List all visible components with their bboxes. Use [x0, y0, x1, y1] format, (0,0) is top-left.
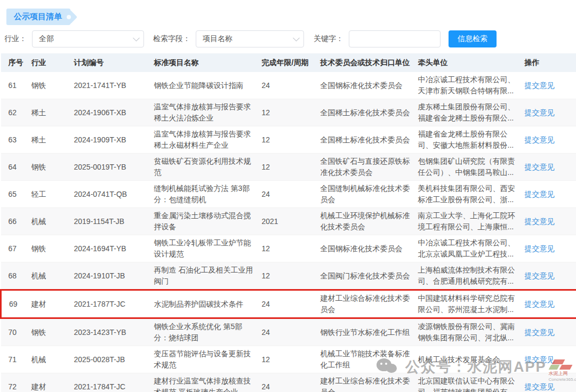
row-committee: 机械工业环境保护机械标准化技术委员会: [317, 208, 415, 235]
row-lead-unit: 包钢集团矿山研究院（有限责任公司）、中钢集团马鞍山...: [415, 154, 522, 181]
page-title: 公示项目清单: [14, 12, 62, 21]
table-row: 72 建材 2021-1784T-JC 建材行业温室气体排放核查技术规范 平板玻…: [1, 373, 576, 392]
row-committee: 建材工业综合标准化技术委员会: [317, 373, 415, 392]
filter-bar: 行业： 全部 检索字段： 项目名称 关键字： 信息检索: [4, 30, 572, 47]
row-lead-unit: 中国建筑材料科学研究总院有限公司、苏州混凝土水泥制...: [415, 290, 522, 318]
row-number: 65: [1, 181, 28, 208]
row-industry: 机械: [28, 208, 71, 235]
row-plan-number: 2024-1910T-JB: [71, 262, 151, 290]
industry-label: 行业：: [4, 34, 27, 44]
row-industry: 轻工: [28, 181, 71, 208]
tab-public-project-list[interactable]: 公示项目清单: [6, 9, 70, 25]
column-header-operation: 操作: [522, 53, 576, 72]
keyword-label: 关键字：: [314, 34, 343, 44]
row-lead-unit: 虔东稀土集团股份有限公司、福建省金龙稀土股份有限公...: [415, 99, 522, 126]
row-project-name: 钢铁企业节能降碳设计指南: [151, 72, 259, 99]
submit-opinion-link[interactable]: 提交意见: [525, 382, 555, 391]
row-industry: 建材: [28, 373, 71, 392]
search-field-select-value: 项目名称: [203, 34, 233, 44]
column-header-project-name: 标准项目名称: [151, 53, 259, 72]
column-header-industry: 行业: [28, 53, 71, 72]
row-period: 12: [259, 126, 317, 154]
row-lead-unit: 南京工业大学、上海化工院环境工程有限公司、上海康恒...: [415, 208, 522, 235]
row-period: 24: [259, 72, 317, 99]
submit-opinion-link[interactable]: 提交意见: [525, 163, 555, 171]
row-plan-number: 2024-0741T-QB: [71, 181, 151, 208]
table-row: 61 钢铁 2021-1741T-YB 钢铁企业节能降碳设计指南 24 全国钢标…: [1, 72, 576, 99]
submit-opinion-link[interactable]: 提交意见: [525, 300, 555, 308]
table-row: 64 钢铁 2025-0019T-YB 贫磁铁矿石资源化利用技术规范 12 全国…: [1, 154, 576, 181]
row-number: 67: [1, 235, 28, 262]
table-row: 70 钢铁 2023-1423T-YB 钢铁企业水系统优化 第5部分：烧结球团 …: [1, 318, 576, 346]
row-plan-number: 2025-0028T-JB: [71, 346, 151, 373]
row-committee: 全国阀门标准化技术委员会: [317, 262, 415, 290]
row-committee: 全国稀土标准化技术委员会: [317, 99, 415, 126]
search-field-select[interactable]: 项目名称: [196, 30, 304, 47]
row-number: 62: [1, 99, 28, 126]
column-header-period: 完成年限/周期: [259, 53, 317, 72]
industry-select[interactable]: 全部: [32, 30, 144, 47]
row-plan-number: 2019-1154T-JB: [71, 208, 151, 235]
table-row: 63 稀土 2024-1909T-XB 温室气体排放核算与报告要求 稀土永磁材料…: [1, 126, 576, 154]
row-lead-unit: 美机科技集团有限公司、西安标准工业股份有限公司、浙...: [415, 181, 522, 208]
row-project-name: 温室气体排放核算与报告要求 稀土永磁材料生产企业: [151, 126, 259, 154]
table-row: 65 轻工 2024-0741T-QB 缝制机械能耗试验方法 第3部分：包缝缝纫…: [1, 181, 576, 208]
row-period: 12: [259, 262, 317, 290]
row-industry: 稀土: [28, 99, 71, 126]
column-header-committee: 技术委员会或技术归口单位: [317, 53, 415, 72]
submit-opinion-link[interactable]: 提交意见: [525, 190, 555, 198]
submit-opinion-link[interactable]: 提交意见: [525, 355, 555, 364]
row-industry: 钢铁: [28, 72, 71, 99]
industry-select-value: 全部: [39, 34, 54, 44]
keyword-input[interactable]: [349, 30, 441, 47]
table-row: 71 机械 2025-0028T-JB 变压器节能评估与设备更新技术规范 12 …: [1, 346, 576, 373]
table-row: 67 钢铁 2024-1694T-YB 钢铁工业冷轧板带工业炉节能设计规范 12…: [1, 235, 576, 262]
submit-opinion-link[interactable]: 提交意见: [525, 81, 555, 90]
row-project-name: 水泥制品养护固碳技术条件: [151, 290, 259, 318]
submit-opinion-link[interactable]: 提交意见: [525, 271, 555, 280]
table-row: 69 建材 2021-1787T-JC 水泥制品养护固碳技术条件 24 建材工业…: [1, 290, 576, 318]
row-project-name: 温室气体排放核算与报告要求 稀土火法冶炼企业: [151, 99, 259, 126]
row-industry: 机械: [28, 262, 71, 290]
submit-opinion-link[interactable]: 提交意见: [525, 328, 555, 337]
table-row: 66 机械 2019-1154T-JB 重金属污染土壤移动式混合搅拌设备 202…: [1, 208, 576, 235]
row-committee: 全国钢标准化技术委员会: [317, 235, 415, 262]
chevron-down-icon: [293, 35, 300, 42]
submit-opinion-link[interactable]: 提交意见: [525, 108, 555, 117]
row-number: 66: [1, 208, 28, 235]
row-lead-unit: 上海柏威流体控制技术有限公司、合肥通用机械研究院有...: [415, 262, 522, 290]
row-period: 24: [259, 181, 317, 208]
info-search-button[interactable]: 信息检索: [449, 30, 497, 47]
table-row: 62 稀土 2024-1906T-XB 温室气体排放核算与报告要求 稀土火法冶炼…: [1, 99, 576, 126]
column-header-lead-unit: 牵头单位: [415, 53, 522, 72]
row-plan-number: 2024-1694T-YB: [71, 235, 151, 262]
column-header-no: 序号: [1, 53, 28, 72]
row-committee: 全国稀土标准化技术委员会: [317, 126, 415, 154]
row-period: 24: [259, 290, 317, 318]
row-number: 70: [1, 318, 28, 346]
row-number: 64: [1, 154, 28, 181]
row-project-name: 重金属污染土壤移动式混合搅拌设备: [151, 208, 259, 235]
table-header-row: 序号 行业 计划编号 标准项目名称 完成年限/周期 技术委员会或技术归口单位 牵…: [1, 53, 576, 72]
row-project-name: 再制造 石油化工及相关工业用阀门: [151, 262, 259, 290]
row-plan-number: 2021-1787T-JC: [71, 290, 151, 318]
submit-opinion-link[interactable]: 提交意见: [525, 217, 555, 226]
row-period: 2021: [259, 208, 317, 235]
row-plan-number: 2023-1423T-YB: [71, 318, 151, 346]
row-number: 68: [1, 262, 28, 290]
row-number: 69: [1, 290, 28, 318]
submit-opinion-link[interactable]: 提交意见: [525, 135, 555, 144]
submit-opinion-link[interactable]: 提交意见: [525, 244, 555, 253]
row-industry: 钢铁: [28, 235, 71, 262]
row-industry: 机械: [28, 346, 71, 373]
search-field-label: 检索字段：: [153, 34, 190, 44]
table-row: 68 机械 2024-1910T-JB 再制造 石油化工及相关工业用阀门 12 …: [1, 262, 576, 290]
row-period: 12: [259, 235, 317, 262]
row-industry: 钢铁: [28, 318, 71, 346]
row-project-name: 变压器节能评估与设备更新技术规范: [151, 346, 259, 373]
row-committee: 全国缝制机械标准化技术委员会: [317, 181, 415, 208]
row-number: 71: [1, 346, 28, 373]
row-period: 12: [259, 346, 317, 373]
row-period: 24: [259, 373, 317, 392]
row-project-name: 贫磁铁矿石资源化利用技术规范: [151, 154, 259, 181]
